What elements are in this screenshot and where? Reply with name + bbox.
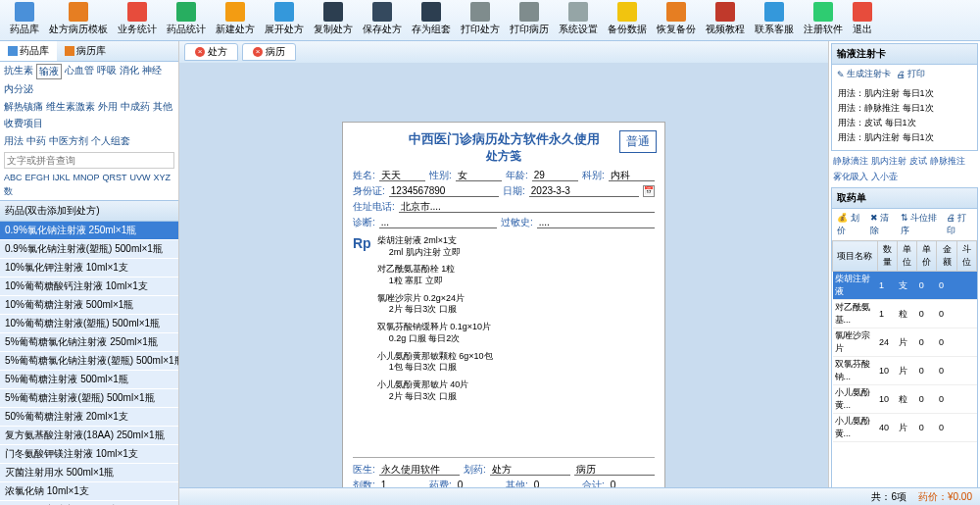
med-action-斗位排序[interactable]: ⇅ 斗位排序 xyxy=(901,212,941,237)
drug-item[interactable]: 10%葡萄糖注射液(塑瓶) 500ml×1瓶 xyxy=(0,315,178,333)
med-row[interactable]: 对乙酰氨基...1粒00 xyxy=(833,300,977,328)
category-中成药[interactable]: 中成药 xyxy=(121,100,150,114)
med-row[interactable]: 柴胡注射液1支00 xyxy=(833,272,977,300)
diag-input[interactable] xyxy=(379,217,497,228)
alpha-数[interactable]: 数 xyxy=(4,185,13,198)
category-其他[interactable]: 其他 xyxy=(153,100,172,114)
toolbar-打印病历[interactable]: 打印病历 xyxy=(505,2,554,38)
drug-item[interactable]: 门冬氨酸钾镁注射液 10ml×1支 xyxy=(0,445,178,464)
drug-item[interactable]: 灭菌注射用水 500ml×1瓶 xyxy=(0,464,178,482)
toolbar-药品统计[interactable]: 药品统计 xyxy=(162,2,211,38)
toolbar-注册软件[interactable]: 注册软件 xyxy=(799,2,848,38)
toolbar-复制处方[interactable]: 复制处方 xyxy=(309,2,358,38)
toolbar-恢复备份[interactable]: 恢复备份 xyxy=(652,2,701,38)
alpha-ABC[interactable]: ABC xyxy=(4,173,23,182)
toolbar-退出[interactable]: 退出 xyxy=(848,2,877,38)
inj-link-皮试[interactable]: 皮试 xyxy=(909,155,927,168)
category-中药[interactable]: 中药 xyxy=(26,134,46,148)
category-收费项目[interactable]: 收费项目 xyxy=(4,117,43,130)
age-input[interactable] xyxy=(532,170,578,181)
drug-item[interactable]: 0.9%氯化钠注射液(塑瓶) 500ml×1瓶 xyxy=(0,240,178,259)
inj-link-入小壶[interactable]: 入小壶 xyxy=(871,171,898,183)
category-用法[interactable]: 用法 xyxy=(4,134,24,148)
rx-drug-item[interactable]: 氯唑沙宗片 0.2g×24片2片 每日3次 口服 xyxy=(377,293,493,316)
category-消化[interactable]: 消化 xyxy=(120,64,139,79)
drug-item[interactable]: 10%氯化钾注射液 10ml×1支 xyxy=(0,259,178,278)
med-row[interactable]: 氯唑沙宗片24片00 xyxy=(833,328,977,357)
med-row[interactable]: 小儿氨酚黄...10粒00 xyxy=(833,385,977,414)
toolbar-视频教程[interactable]: 视频教程 xyxy=(701,2,750,38)
dispense-input[interactable] xyxy=(490,464,570,476)
drug-item[interactable]: 5%葡萄糖氯化钠注射液(塑瓶) 500ml×1瓶 xyxy=(0,352,178,371)
addr-input[interactable] xyxy=(399,201,655,213)
record-input[interactable] xyxy=(574,464,655,476)
tab-prescription[interactable]: ×处方 xyxy=(184,43,238,61)
alpha-QRST[interactable]: QRST xyxy=(103,173,127,182)
category-外用[interactable]: 外用 xyxy=(98,100,118,114)
date-input[interactable] xyxy=(529,185,639,197)
drug-item[interactable]: 10%葡萄糖注射液 500ml×1瓶 xyxy=(0,296,178,315)
toolbar-联系客服[interactable]: 联系客服 xyxy=(750,2,799,38)
toolbar-存为组套[interactable]: 存为组套 xyxy=(407,2,456,38)
rx-drug-item[interactable]: 柴胡注射液 2ml×1支2ml 肌内注射 立即 xyxy=(377,235,493,258)
toolbar-备份数据[interactable]: 备份数据 xyxy=(603,2,652,38)
category-解热镇痛[interactable]: 解热镇痛 xyxy=(4,100,43,114)
inj-link-静脉滴注[interactable]: 静脉滴注 xyxy=(833,155,868,168)
tab-drugstore[interactable]: 药品库 xyxy=(0,41,57,61)
med-row[interactable]: 小儿氨酚黄...40片00 xyxy=(833,414,977,442)
doctor-input[interactable] xyxy=(379,464,460,476)
toolbar-打印处方[interactable]: 打印处方 xyxy=(456,2,505,38)
allergy-input[interactable] xyxy=(537,217,655,228)
drug-item[interactable]: 5%葡萄糖注射液 500ml×1瓶 xyxy=(0,371,178,389)
category-中医方剂[interactable]: 中医方剂 xyxy=(49,134,88,148)
alpha-MNOP[interactable]: MNOP xyxy=(74,173,100,182)
drug-item[interactable]: 0.9%氯化钠注射液 250ml×1瓶 xyxy=(0,222,178,240)
drug-item[interactable]: 复方氨基酸注射液(18AA) 250ml×1瓶 xyxy=(0,427,178,445)
med-row[interactable]: 双氯芬酸钠...10片00 xyxy=(833,357,977,385)
toolbar-系统设置[interactable]: 系统设置 xyxy=(554,2,603,38)
toolbar-业务统计[interactable]: 业务统计 xyxy=(113,2,162,38)
sex-input[interactable] xyxy=(456,170,502,181)
med-action-打印[interactable]: 🖨 打印 xyxy=(947,212,972,237)
category-抗生素[interactable]: 抗生素 xyxy=(4,64,33,79)
toolbar-处方病历模板[interactable]: 处方病历模板 xyxy=(44,2,113,38)
close-icon[interactable]: × xyxy=(253,47,263,57)
category-维生素激素[interactable]: 维生素激素 xyxy=(46,100,95,114)
rx-drug-item[interactable]: 小儿氨酚黄那敏片 40片2片 每日3次 口服 xyxy=(377,379,493,402)
inj-link-雾化吸入[interactable]: 雾化吸入 xyxy=(833,171,868,183)
drug-item[interactable]: 浓氯化钠注射液 10ml×1支 xyxy=(0,501,178,505)
inj-link-肌内注射[interactable]: 肌内注射 xyxy=(871,155,906,168)
search-input[interactable] xyxy=(4,152,174,169)
close-icon[interactable]: × xyxy=(195,47,205,57)
drug-item[interactable]: 5%葡萄糖氯化钠注射液 250ml×1瓶 xyxy=(0,333,178,352)
calendar-icon[interactable]: 📅 xyxy=(643,185,655,197)
tab-medical-record[interactable]: ×病历 xyxy=(242,43,296,61)
dept-input[interactable] xyxy=(609,170,655,181)
gen-card-button[interactable]: ✎ 生成注射卡 xyxy=(837,68,891,80)
category-神经[interactable]: 神经 xyxy=(142,64,162,79)
category-呼吸[interactable]: 呼吸 xyxy=(97,64,117,79)
category-个人组套[interactable]: 个人组套 xyxy=(91,134,130,148)
tab-records[interactable]: 病历库 xyxy=(57,41,114,61)
inj-link-静脉推注[interactable]: 静脉推注 xyxy=(930,155,965,168)
drug-item[interactable]: 50%葡萄糖注射液 20ml×1支 xyxy=(0,408,178,427)
print-button[interactable]: 🖨 打印 xyxy=(897,68,925,80)
category-输液[interactable]: 输液 xyxy=(36,64,62,79)
drug-item[interactable]: 5%葡萄糖注射液(塑瓶) 500ml×1瓶 xyxy=(0,389,178,408)
med-action-划价[interactable]: 💰 划价 xyxy=(837,212,864,237)
category-心血管[interactable]: 心血管 xyxy=(65,64,94,79)
drug-item[interactable]: 10%葡萄糖酸钙注射液 10ml×1支 xyxy=(0,278,178,296)
alpha-XYZ[interactable]: XYZ xyxy=(154,173,172,182)
category-内分泌[interactable]: 内分泌 xyxy=(4,82,33,96)
drug-item[interactable]: 浓氯化钠 10ml×1支 xyxy=(0,482,178,501)
rx-drug-item[interactable]: 对乙酰氨基酚栓 1粒1粒 塞肛 立即 xyxy=(377,264,493,286)
toolbar-新建处方[interactable]: 新建处方 xyxy=(211,2,260,38)
toolbar-药品库[interactable]: 药品库 xyxy=(5,2,44,38)
alpha-UVW[interactable]: UVW xyxy=(130,173,151,182)
id-input[interactable] xyxy=(389,185,499,197)
med-action-清除[interactable]: ✖ 清除 xyxy=(870,212,895,237)
alpha-EFGH[interactable]: EFGH xyxy=(25,173,50,182)
toolbar-保存处方[interactable]: 保存处方 xyxy=(358,2,407,38)
rx-drug-item[interactable]: 双氯芬酸钠缓释片 0.1g×10片0.2g 口服 每日2次 xyxy=(377,322,493,344)
toolbar-展开处方[interactable]: 展开处方 xyxy=(260,2,309,38)
